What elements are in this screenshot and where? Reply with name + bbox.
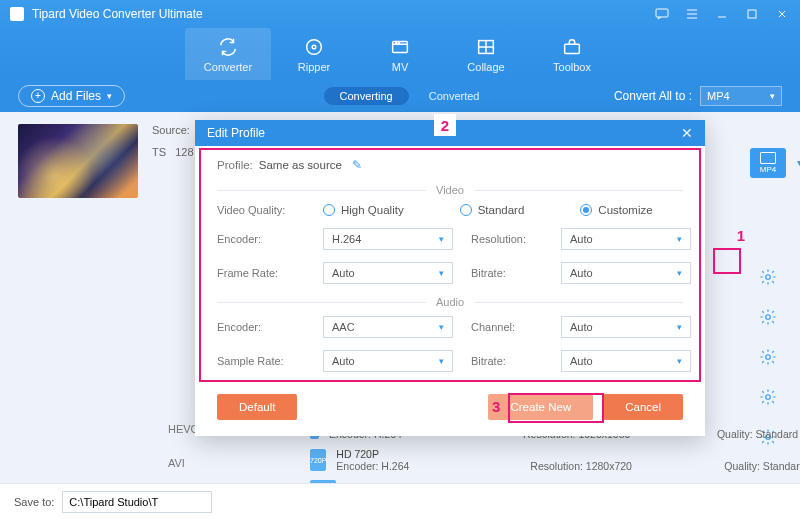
chevron-down-icon: ▾ bbox=[677, 268, 682, 278]
output-format-button[interactable]: MP4 bbox=[750, 148, 786, 178]
tab-ripper-label: Ripper bbox=[298, 61, 330, 73]
tab-converter[interactable]: Converter bbox=[185, 28, 271, 80]
svg-point-11 bbox=[766, 355, 771, 360]
dialog-title: Edit Profile bbox=[207, 126, 265, 140]
save-path-input[interactable] bbox=[62, 491, 212, 513]
framerate-select[interactable]: Auto▾ bbox=[323, 262, 453, 284]
video-bitrate-select[interactable]: Auto▾ bbox=[561, 262, 691, 284]
chevron-down-icon: ▾ bbox=[439, 356, 444, 366]
main-toolbar: Converter Ripper MV Collage Toolbox bbox=[0, 28, 800, 80]
chevron-down-icon: ▾ bbox=[439, 268, 444, 278]
radio-icon bbox=[580, 204, 592, 216]
audio-encoder-select[interactable]: AAC▾ bbox=[323, 316, 453, 338]
settings-gear-icon[interactable] bbox=[759, 268, 777, 286]
video-encoder-select[interactable]: H.264▾ bbox=[323, 228, 453, 250]
minimize-button[interactable] bbox=[714, 6, 730, 22]
cancel-button[interactable]: Cancel bbox=[603, 394, 683, 420]
radio-icon bbox=[460, 204, 472, 216]
tab-converter-label: Converter bbox=[204, 61, 252, 73]
add-files-button[interactable]: + Add Files ▾ bbox=[18, 85, 125, 107]
maximize-button[interactable] bbox=[744, 6, 760, 22]
mv-icon bbox=[389, 36, 411, 58]
tab-ripper[interactable]: Ripper bbox=[271, 28, 357, 80]
channel-label: Channel: bbox=[471, 321, 543, 333]
svg-rect-8 bbox=[565, 44, 580, 53]
convert-all-format-select[interactable]: MP4 ▾ bbox=[700, 86, 782, 106]
svg-point-5 bbox=[396, 42, 397, 43]
preset-quality: Quality: Standard bbox=[717, 428, 800, 440]
callout-1: 1 bbox=[730, 224, 752, 246]
radio-customize[interactable]: Customize bbox=[580, 204, 652, 216]
radio-high-quality[interactable]: High Quality bbox=[323, 204, 404, 216]
radio-standard[interactable]: Standard bbox=[460, 204, 525, 216]
audio-bitrate-label: Bitrate: bbox=[471, 355, 543, 367]
chevron-down-icon: ▾ bbox=[677, 356, 682, 366]
settings-gear-icon[interactable] bbox=[759, 388, 777, 406]
chevron-down-icon: ▾ bbox=[677, 234, 682, 244]
svg-rect-0 bbox=[656, 9, 668, 17]
chevron-down-icon: ▾ bbox=[439, 234, 444, 244]
video-encoder-label: Encoder: bbox=[217, 233, 305, 245]
create-new-button[interactable]: Create New bbox=[488, 394, 593, 420]
preset-encoder: Encoder: H.264 bbox=[336, 460, 496, 472]
preset-badge-icon: 720P bbox=[310, 449, 326, 471]
tab-mv-label: MV bbox=[392, 61, 409, 73]
svg-point-2 bbox=[307, 39, 322, 54]
video-quality-label: Video Quality: bbox=[217, 204, 305, 216]
settings-gear-icon[interactable] bbox=[759, 308, 777, 326]
callout-2: 2 bbox=[434, 114, 456, 136]
preset-quality: Quality: Standard bbox=[724, 460, 800, 472]
radio-icon bbox=[323, 204, 335, 216]
samplerate-select[interactable]: Auto▾ bbox=[323, 350, 453, 372]
video-bitrate-label: Bitrate: bbox=[471, 267, 543, 279]
settings-gear-icon[interactable] bbox=[759, 348, 777, 366]
toolbox-icon bbox=[561, 36, 583, 58]
chevron-down-icon: ▾ bbox=[770, 91, 775, 101]
tab-toolbox-label: Toolbox bbox=[553, 61, 591, 73]
edit-profile-name-icon[interactable]: ✎ bbox=[352, 158, 362, 172]
svg-rect-1 bbox=[748, 10, 756, 18]
tab-mv[interactable]: MV bbox=[357, 28, 443, 80]
menu-icon[interactable] bbox=[684, 6, 700, 22]
svg-point-9 bbox=[766, 275, 771, 280]
preset-row[interactable]: 720P HD 720P Encoder: H.264Resolution: 1… bbox=[310, 444, 760, 476]
plus-icon: + bbox=[31, 89, 45, 103]
dialog-close-button[interactable]: ✕ bbox=[681, 125, 693, 141]
source-thumbnail[interactable] bbox=[18, 124, 138, 198]
subtab-converted[interactable]: Converted bbox=[413, 87, 496, 105]
chevron-down-icon: ▾ bbox=[677, 322, 682, 332]
tab-toolbox[interactable]: Toolbox bbox=[529, 28, 615, 80]
profile-label: Profile: bbox=[217, 159, 253, 171]
audio-encoder-label: Encoder: bbox=[217, 321, 305, 333]
ripper-icon bbox=[303, 36, 325, 58]
preset-resolution: Resolution: 1280x720 bbox=[530, 460, 690, 472]
svg-point-10 bbox=[766, 315, 771, 320]
callout-3: 3 bbox=[492, 398, 500, 415]
default-button[interactable]: Default bbox=[217, 394, 297, 420]
footer-bar: Save to: bbox=[0, 483, 800, 519]
section-video-header: Video bbox=[217, 184, 683, 196]
section-audio-header: Audio bbox=[217, 296, 683, 308]
edit-profile-dialog: Edit Profile ✕ Profile: Same as source ✎… bbox=[195, 120, 705, 436]
category-avi[interactable]: AVI bbox=[168, 446, 229, 480]
audio-bitrate-select[interactable]: Auto▾ bbox=[561, 350, 691, 372]
profile-value: Same as source bbox=[259, 159, 342, 171]
app-title: Tipard Video Converter Ultimate bbox=[32, 7, 654, 21]
feedback-icon[interactable] bbox=[654, 6, 670, 22]
action-row: + Add Files ▾ Converting Converted Conve… bbox=[0, 80, 800, 112]
chevron-down-icon: ▾ bbox=[439, 322, 444, 332]
resolution-select[interactable]: Auto▾ bbox=[561, 228, 691, 250]
channel-select[interactable]: Auto▾ bbox=[561, 316, 691, 338]
svg-point-3 bbox=[312, 45, 316, 49]
convert-all-value: MP4 bbox=[707, 90, 730, 102]
close-button[interactable] bbox=[774, 6, 790, 22]
convert-all-label: Convert All to : bbox=[614, 89, 692, 103]
tab-collage[interactable]: Collage bbox=[443, 28, 529, 80]
tab-collage-label: Collage bbox=[467, 61, 504, 73]
title-bar: Tipard Video Converter Ultimate bbox=[0, 0, 800, 28]
svg-point-12 bbox=[766, 395, 771, 400]
save-to-label: Save to: bbox=[14, 496, 54, 508]
add-files-label: Add Files bbox=[51, 89, 101, 103]
framerate-label: Frame Rate: bbox=[217, 267, 305, 279]
subtab-converting[interactable]: Converting bbox=[324, 87, 409, 105]
